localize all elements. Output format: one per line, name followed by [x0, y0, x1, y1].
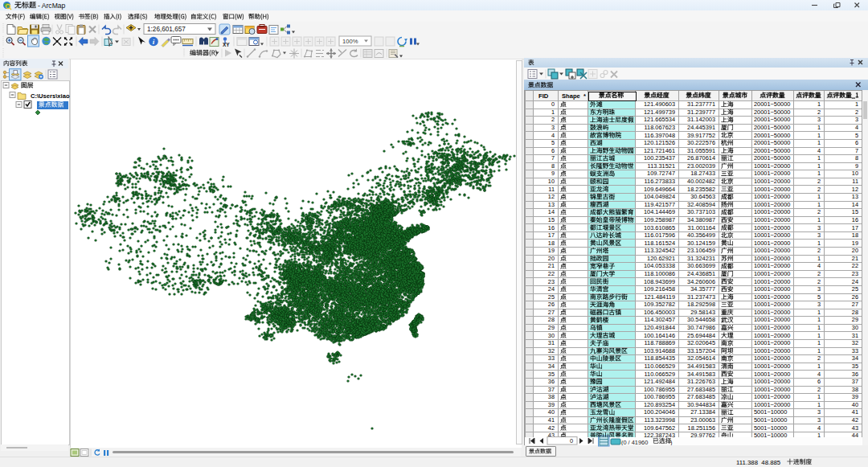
- svg-text:1:26,601,657: 1:26,601,657: [147, 26, 186, 33]
- svg-text:XY: XY: [223, 42, 230, 47]
- svg-text:100%: 100%: [342, 38, 358, 45]
- svg-text:0: 0: [570, 437, 573, 444]
